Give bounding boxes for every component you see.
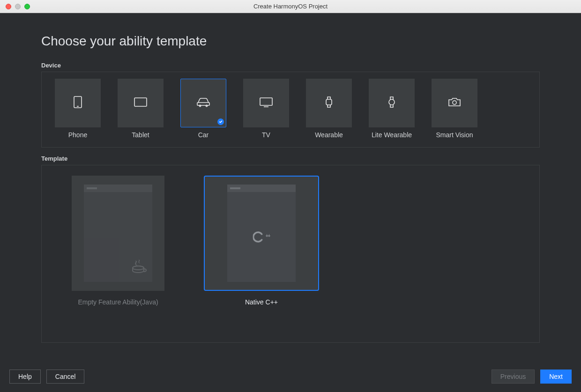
device-item-lite-wearable: Lite Wearable bbox=[369, 79, 415, 139]
svg-point-10 bbox=[133, 266, 144, 270]
java-icon bbox=[128, 256, 149, 278]
device-card-tv[interactable] bbox=[243, 79, 289, 127]
help-button[interactable]: Help bbox=[9, 370, 41, 384]
wizard-content: Choose your ability template Device Phon… bbox=[0, 13, 581, 392]
window-controls bbox=[0, 4, 30, 9]
device-item-phone: Phone bbox=[55, 79, 101, 139]
wizard-footer: Help Cancel Previous Next bbox=[0, 361, 581, 392]
template-preview-empty-java bbox=[84, 185, 152, 282]
template-card-native-cpp[interactable]: ++ bbox=[204, 176, 319, 291]
close-window-button[interactable] bbox=[6, 4, 11, 9]
svg-point-8 bbox=[389, 99, 395, 105]
device-panel: Phone Tablet bbox=[41, 72, 540, 148]
svg-rect-5 bbox=[260, 98, 272, 105]
device-card-wearable[interactable] bbox=[306, 79, 352, 127]
car-icon bbox=[196, 97, 210, 109]
device-item-smart-vision: Smart Vision bbox=[432, 79, 477, 139]
device-card-tablet[interactable] bbox=[118, 79, 164, 127]
svg-point-9 bbox=[453, 101, 456, 104]
window-titlebar: Create HarmonyOS Project bbox=[0, 0, 581, 13]
device-label-smart-vision: Smart Vision bbox=[436, 131, 473, 139]
device-card-phone[interactable] bbox=[55, 79, 101, 127]
template-item-empty-java: Empty Feature Ability(Java) bbox=[60, 176, 176, 324]
device-label-car: Car bbox=[198, 131, 209, 139]
device-item-car: Car bbox=[180, 79, 226, 139]
cancel-button[interactable]: Cancel bbox=[46, 370, 85, 384]
previous-button: Previous bbox=[492, 370, 535, 384]
template-card-empty-java[interactable] bbox=[72, 176, 164, 291]
device-card-car[interactable] bbox=[180, 79, 226, 127]
watch-icon bbox=[324, 96, 334, 110]
tablet-icon bbox=[134, 97, 147, 109]
template-section-label: Template bbox=[41, 155, 540, 162]
camera-icon bbox=[448, 97, 461, 109]
template-item-native-cpp: ++ Native C++ bbox=[204, 176, 319, 324]
template-label-native-cpp: Native C++ bbox=[245, 298, 278, 306]
window-title: Create HarmonyOS Project bbox=[0, 3, 581, 10]
next-button[interactable]: Next bbox=[540, 370, 572, 384]
device-label-lite-wearable: Lite Wearable bbox=[372, 131, 412, 139]
device-item-tv: TV bbox=[243, 79, 289, 139]
device-item-wearable: Wearable bbox=[306, 79, 352, 139]
device-label-tablet: Tablet bbox=[132, 131, 149, 139]
page-title: Choose your ability template bbox=[41, 34, 540, 49]
template-preview-native-cpp: ++ bbox=[227, 185, 296, 282]
svg-point-4 bbox=[206, 105, 207, 106]
svg-rect-7 bbox=[326, 99, 332, 105]
device-section-label: Device bbox=[41, 62, 540, 69]
lite-watch-icon bbox=[387, 96, 396, 110]
svg-rect-2 bbox=[134, 98, 147, 106]
template-panel: Empty Feature Ability(Java) ++ bbox=[41, 165, 540, 343]
minimize-window-button[interactable] bbox=[15, 4, 21, 9]
zoom-window-button[interactable] bbox=[24, 4, 30, 9]
device-label-wearable: Wearable bbox=[315, 131, 343, 139]
tv-icon bbox=[259, 97, 273, 109]
device-card-smart-vision[interactable] bbox=[432, 79, 477, 127]
phone-icon bbox=[74, 96, 82, 110]
cpp-icon: ++ bbox=[253, 231, 270, 243]
svg-point-3 bbox=[199, 105, 201, 106]
device-label-tv: TV bbox=[262, 131, 270, 139]
device-card-lite-wearable[interactable] bbox=[369, 79, 415, 127]
device-label-phone: Phone bbox=[68, 131, 87, 139]
device-item-tablet: Tablet bbox=[118, 79, 164, 139]
selected-check-icon bbox=[217, 118, 224, 125]
template-label-empty-java: Empty Feature Ability(Java) bbox=[78, 298, 158, 306]
